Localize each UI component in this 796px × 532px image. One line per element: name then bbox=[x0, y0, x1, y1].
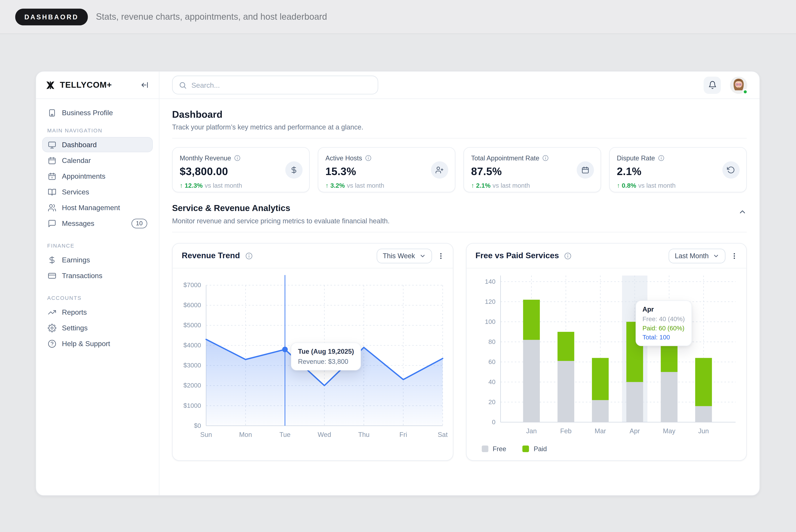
stat-value: 87.5% bbox=[471, 166, 593, 177]
sidebar-item-transactions[interactable]: Transactions bbox=[42, 268, 153, 283]
stat-label: Dispute Rate bbox=[617, 154, 655, 162]
revenue-period-select[interactable]: This Week bbox=[377, 248, 432, 263]
tooltip-free: Free: 40 (40%) bbox=[643, 316, 685, 323]
collapse-arrow-icon bbox=[141, 81, 149, 89]
user-avatar[interactable] bbox=[730, 76, 747, 94]
kebab-icon bbox=[730, 251, 738, 260]
sidebar-item-label: Dashboard bbox=[62, 140, 147, 149]
revenue-trend-card: Revenue Trend This Week bbox=[172, 243, 453, 461]
svg-text:$0: $0 bbox=[194, 422, 201, 429]
sidebar-item-settings[interactable]: Settings bbox=[42, 320, 153, 336]
info-icon[interactable] bbox=[542, 155, 549, 161]
top-strip-subtitle: Stats, revenue charts, appointments, and… bbox=[96, 12, 327, 22]
search-icon bbox=[179, 81, 187, 89]
collapse-section-button[interactable] bbox=[738, 208, 747, 218]
svg-text:60: 60 bbox=[488, 358, 495, 365]
users-icon bbox=[48, 203, 56, 212]
svg-text:Sun: Sun bbox=[200, 431, 212, 438]
svg-text:May: May bbox=[663, 427, 675, 435]
free-swatch bbox=[482, 445, 488, 452]
info-icon[interactable] bbox=[365, 155, 372, 161]
svg-text:Mar: Mar bbox=[594, 427, 606, 435]
help-circle-icon bbox=[48, 339, 56, 348]
sidebar: TELLYCOM+ Business Profile MAIN NAVIGATI… bbox=[36, 72, 160, 495]
main-header bbox=[160, 72, 759, 99]
svg-text:20: 20 bbox=[488, 398, 495, 405]
svg-text:80: 80 bbox=[488, 338, 495, 345]
credit-card-icon bbox=[48, 271, 56, 280]
trending-up-icon bbox=[48, 308, 56, 317]
revenue-trend-chart[interactable]: $0$1000$2000$3000$4000$5000$6000$7000Sun… bbox=[172, 268, 452, 460]
stat-card-appointment-rate: Total Appointment Rate 87.5% ↑ 2.1%vs la… bbox=[463, 147, 601, 192]
info-icon[interactable] bbox=[564, 252, 572, 260]
svg-text:Jun: Jun bbox=[698, 427, 709, 435]
section-subtitle: Monitor revenue and service pricing metr… bbox=[172, 217, 389, 225]
main-area: Dashboard Track your platform’s key metr… bbox=[160, 72, 759, 495]
svg-text:Wed: Wed bbox=[318, 431, 331, 438]
bar-chart-svg: 020406080100120140JanFebMarAprMayJun bbox=[466, 268, 747, 441]
sidebar-item-reports[interactable]: Reports bbox=[42, 305, 153, 320]
analytics-section-header: Service & Revenue Analytics Monitor reve… bbox=[172, 204, 747, 225]
info-icon[interactable] bbox=[234, 155, 241, 161]
sidebar-item-label: Help & Support bbox=[62, 339, 147, 347]
stat-value: 15.3% bbox=[326, 166, 448, 177]
svg-text:Tue: Tue bbox=[279, 431, 291, 438]
search-input[interactable] bbox=[191, 81, 372, 89]
tooltip-title: Apr bbox=[643, 305, 685, 313]
legend-label: Free bbox=[493, 445, 506, 453]
sidebar-item-label: Earnings bbox=[62, 256, 147, 264]
sidebar-item-messages[interactable]: Messages 10 bbox=[42, 216, 153, 231]
sidebar-header: TELLYCOM+ bbox=[36, 72, 159, 99]
app-panel: TELLYCOM+ Business Profile MAIN NAVIGATI… bbox=[35, 71, 760, 496]
calendar-icon bbox=[48, 156, 56, 165]
sidebar-item-label: Services bbox=[62, 188, 147, 196]
sidebar-item-help-support[interactable]: Help & Support bbox=[42, 336, 153, 351]
svg-text:Apr: Apr bbox=[629, 427, 640, 435]
legend-item-paid[interactable]: Paid bbox=[522, 445, 547, 453]
sidebar-item-services[interactable]: Services bbox=[42, 184, 153, 200]
revenue-menu-button[interactable] bbox=[436, 249, 445, 262]
gear-icon bbox=[48, 323, 56, 332]
free-vs-paid-chart[interactable]: 020406080100120140JanFebMarAprMayJun Apr… bbox=[466, 268, 746, 460]
sidebar-item-calendar[interactable]: Calendar bbox=[42, 153, 153, 168]
chevron-up-icon bbox=[738, 208, 747, 216]
sidebar-item-host-management[interactable]: Host Management bbox=[42, 200, 153, 215]
svg-text:Mon: Mon bbox=[239, 431, 252, 438]
revenue-trend-header: Revenue Trend This Week bbox=[172, 244, 452, 268]
sidebar-item-dashboard[interactable]: Dashboard bbox=[42, 137, 153, 152]
info-icon[interactable] bbox=[658, 155, 665, 161]
bell-icon bbox=[708, 81, 717, 89]
stat-label: Monthly Revenue bbox=[180, 154, 231, 162]
svg-text:$2000: $2000 bbox=[183, 382, 201, 389]
tooltip-value: Revenue: $3,800 bbox=[298, 358, 354, 365]
notifications-button[interactable] bbox=[704, 76, 721, 94]
sidebar-item-business-profile[interactable]: Business Profile bbox=[42, 105, 153, 120]
legend-item-free[interactable]: Free bbox=[482, 445, 506, 453]
delta-up: ↑ 0.8% bbox=[617, 182, 636, 189]
chart-legend: Free Paid bbox=[482, 445, 547, 453]
message-icon bbox=[48, 219, 56, 228]
sidebar-nav: Business Profile MAIN NAVIGATION Dashboa… bbox=[36, 99, 159, 358]
stat-card-monthly-revenue: Monthly Revenue $3,800.00 ↑ 12.3%vs last… bbox=[172, 147, 310, 192]
delta-note: vs last month bbox=[205, 182, 242, 189]
sidebar-collapse-button[interactable] bbox=[138, 79, 151, 91]
brand-name: TELLYCOM+ bbox=[60, 80, 134, 90]
info-icon[interactable] bbox=[245, 252, 253, 260]
services-menu-button[interactable] bbox=[729, 249, 739, 262]
paid-swatch bbox=[522, 445, 529, 452]
delta-up: ↑ 3.2% bbox=[326, 182, 345, 189]
services-period-select[interactable]: Last Month bbox=[669, 248, 725, 263]
chart-title: Free vs Paid Services bbox=[476, 251, 559, 260]
delta-note: vs last month bbox=[493, 182, 530, 189]
calendar-icon bbox=[577, 161, 594, 178]
sidebar-item-appointments[interactable]: Appointments bbox=[42, 169, 153, 184]
charts-row: Revenue Trend This Week bbox=[172, 243, 747, 461]
refresh-icon bbox=[722, 161, 740, 178]
dashboard-badge: DASHBAORD bbox=[15, 8, 88, 25]
sidebar-item-earnings[interactable]: Earnings bbox=[42, 252, 153, 267]
kebab-icon bbox=[437, 251, 444, 260]
sidebar-item-label: Calendar bbox=[62, 156, 147, 164]
svg-text:$6000: $6000 bbox=[183, 301, 201, 308]
svg-text:100: 100 bbox=[485, 318, 495, 325]
search-box[interactable] bbox=[172, 76, 378, 94]
